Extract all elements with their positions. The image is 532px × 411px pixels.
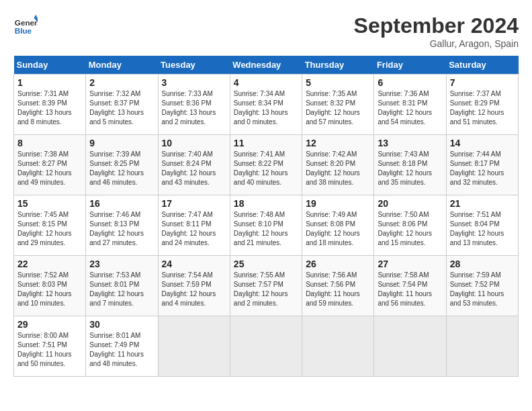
logo: General Blue: [13, 13, 38, 38]
month-title: September 2024: [354, 13, 519, 38]
calendar-cell: [230, 316, 302, 377]
day-number: 5: [306, 77, 370, 88]
calendar-cell: 10Sunrise: 7:40 AMSunset: 8:24 PMDayligh…: [158, 135, 230, 195]
day-number: 24: [162, 259, 226, 269]
day-number: 26: [306, 259, 370, 269]
day-info: Sunrise: 7:34 AMSunset: 8:34 PMDaylight:…: [234, 89, 298, 127]
title-area: September 2024 Gallur, Aragon, Spain: [354, 13, 519, 49]
calendar-week-row: 15Sunrise: 7:45 AMSunset: 8:15 PMDayligh…: [14, 195, 519, 256]
col-sunday: Sunday: [14, 56, 86, 75]
day-number: 14: [450, 138, 515, 148]
calendar-week-row: 8Sunrise: 7:38 AMSunset: 8:27 PMDaylight…: [14, 135, 519, 195]
day-number: 1: [17, 77, 82, 88]
day-number: 22: [17, 259, 82, 269]
day-number: 19: [306, 198, 370, 209]
day-number: 4: [234, 77, 298, 88]
day-number: 6: [378, 77, 442, 88]
day-number: 27: [378, 259, 442, 269]
calendar-cell: 22Sunrise: 7:52 AMSunset: 8:03 PMDayligh…: [14, 256, 86, 316]
day-info: Sunrise: 7:40 AMSunset: 8:24 PMDaylight:…: [162, 150, 226, 187]
day-info: Sunrise: 7:39 AMSunset: 8:25 PMDaylight:…: [89, 150, 154, 187]
col-wednesday: Wednesday: [230, 56, 302, 75]
day-info: Sunrise: 7:47 AMSunset: 8:11 PMDaylight:…: [162, 210, 226, 248]
calendar-cell: 2Sunrise: 7:32 AMSunset: 8:37 PMDaylight…: [86, 75, 158, 135]
calendar-week-row: 29Sunrise: 8:00 AMSunset: 7:51 PMDayligh…: [14, 316, 519, 377]
col-friday: Friday: [374, 56, 446, 75]
col-saturday: Saturday: [446, 56, 518, 75]
day-number: 12: [306, 138, 370, 148]
calendar-cell: [158, 316, 230, 377]
day-info: Sunrise: 7:50 AMSunset: 8:06 PMDaylight:…: [378, 210, 442, 248]
col-tuesday: Tuesday: [158, 56, 230, 75]
day-info: Sunrise: 7:36 AMSunset: 8:31 PMDaylight:…: [378, 89, 442, 127]
day-info: Sunrise: 7:35 AMSunset: 8:32 PMDaylight:…: [306, 89, 370, 127]
day-info: Sunrise: 7:41 AMSunset: 8:22 PMDaylight:…: [234, 150, 298, 187]
calendar-cell: [374, 316, 446, 377]
calendar-cell: 9Sunrise: 7:39 AMSunset: 8:25 PMDaylight…: [86, 135, 158, 195]
calendar-cell: [446, 316, 518, 377]
day-info: Sunrise: 7:52 AMSunset: 8:03 PMDaylight:…: [17, 271, 82, 308]
day-number: 10: [162, 138, 226, 148]
calendar-body: 1Sunrise: 7:31 AMSunset: 8:39 PMDaylight…: [14, 75, 519, 377]
day-number: 17: [162, 198, 226, 209]
calendar-cell: [302, 316, 374, 377]
day-number: 18: [234, 198, 298, 209]
day-info: Sunrise: 7:54 AMSunset: 7:59 PMDaylight:…: [162, 271, 226, 308]
calendar-cell: 25Sunrise: 7:55 AMSunset: 7:57 PMDayligh…: [230, 256, 302, 316]
day-info: Sunrise: 7:43 AMSunset: 8:18 PMDaylight:…: [378, 150, 442, 187]
day-number: 15: [17, 198, 82, 209]
calendar-cell: 16Sunrise: 7:46 AMSunset: 8:13 PMDayligh…: [86, 195, 158, 256]
calendar-cell: 6Sunrise: 7:36 AMSunset: 8:31 PMDaylight…: [374, 75, 446, 135]
day-number: 23: [89, 259, 154, 269]
calendar-cell: 24Sunrise: 7:54 AMSunset: 7:59 PMDayligh…: [158, 256, 230, 316]
day-number: 16: [89, 198, 154, 209]
day-number: 13: [378, 138, 442, 148]
day-info: Sunrise: 7:38 AMSunset: 8:27 PMDaylight:…: [17, 150, 82, 187]
calendar-week-row: 22Sunrise: 7:52 AMSunset: 8:03 PMDayligh…: [14, 256, 519, 316]
col-monday: Monday: [86, 56, 158, 75]
day-number: 20: [378, 198, 442, 209]
day-number: 28: [450, 259, 515, 269]
col-thursday: Thursday: [302, 56, 374, 75]
calendar-cell: 12Sunrise: 7:42 AMSunset: 8:20 PMDayligh…: [302, 135, 374, 195]
day-info: Sunrise: 7:31 AMSunset: 8:39 PMDaylight:…: [17, 89, 82, 127]
day-info: Sunrise: 7:42 AMSunset: 8:20 PMDaylight:…: [306, 150, 370, 187]
day-info: Sunrise: 7:49 AMSunset: 8:08 PMDaylight:…: [306, 210, 370, 248]
day-info: Sunrise: 7:59 AMSunset: 7:52 PMDaylight:…: [450, 271, 515, 308]
day-number: 11: [234, 138, 298, 148]
day-info: Sunrise: 7:51 AMSunset: 8:04 PMDaylight:…: [450, 210, 515, 248]
day-info: Sunrise: 7:55 AMSunset: 7:57 PMDaylight:…: [234, 271, 298, 308]
calendar-cell: 11Sunrise: 7:41 AMSunset: 8:22 PMDayligh…: [230, 135, 302, 195]
day-info: Sunrise: 7:46 AMSunset: 8:13 PMDaylight:…: [89, 210, 154, 248]
svg-marker-2: [34, 15, 38, 18]
calendar-cell: 14Sunrise: 7:44 AMSunset: 8:17 PMDayligh…: [446, 135, 518, 195]
day-info: Sunrise: 8:00 AMSunset: 7:51 PMDaylight:…: [17, 331, 82, 369]
page-header: General Blue September 2024 Gallur, Arag…: [13, 13, 519, 49]
calendar-cell: 13Sunrise: 7:43 AMSunset: 8:18 PMDayligh…: [374, 135, 446, 195]
day-info: Sunrise: 7:53 AMSunset: 8:01 PMDaylight:…: [89, 271, 154, 308]
calendar-cell: 15Sunrise: 7:45 AMSunset: 8:15 PMDayligh…: [14, 195, 86, 256]
calendar-cell: 28Sunrise: 7:59 AMSunset: 7:52 PMDayligh…: [446, 256, 518, 316]
calendar-cell: 8Sunrise: 7:38 AMSunset: 8:27 PMDaylight…: [14, 135, 86, 195]
calendar-table: Sunday Monday Tuesday Wednesday Thursday…: [13, 56, 519, 377]
day-number: 9: [89, 138, 154, 148]
calendar-cell: 18Sunrise: 7:48 AMSunset: 8:10 PMDayligh…: [230, 195, 302, 256]
day-number: 29: [17, 319, 82, 330]
day-info: Sunrise: 7:56 AMSunset: 7:56 PMDaylight:…: [306, 271, 370, 308]
day-number: 21: [450, 198, 515, 209]
svg-text:Blue: Blue: [15, 26, 32, 35]
day-number: 30: [89, 319, 154, 330]
day-number: 8: [17, 138, 82, 148]
calendar-cell: 3Sunrise: 7:33 AMSunset: 8:36 PMDaylight…: [158, 75, 230, 135]
calendar-cell: 26Sunrise: 7:56 AMSunset: 7:56 PMDayligh…: [302, 256, 374, 316]
day-info: Sunrise: 7:37 AMSunset: 8:29 PMDaylight:…: [450, 89, 515, 127]
calendar-cell: 7Sunrise: 7:37 AMSunset: 8:29 PMDaylight…: [446, 75, 518, 135]
logo-icon: General Blue: [13, 13, 38, 38]
day-info: Sunrise: 7:58 AMSunset: 7:54 PMDaylight:…: [378, 271, 442, 308]
day-info: Sunrise: 8:01 AMSunset: 7:49 PMDaylight:…: [89, 331, 154, 369]
day-number: 7: [450, 77, 515, 88]
calendar-cell: 19Sunrise: 7:49 AMSunset: 8:08 PMDayligh…: [302, 195, 374, 256]
day-info: Sunrise: 7:45 AMSunset: 8:15 PMDaylight:…: [17, 210, 82, 248]
calendar-cell: 20Sunrise: 7:50 AMSunset: 8:06 PMDayligh…: [374, 195, 446, 256]
calendar-cell: 4Sunrise: 7:34 AMSunset: 8:34 PMDaylight…: [230, 75, 302, 135]
